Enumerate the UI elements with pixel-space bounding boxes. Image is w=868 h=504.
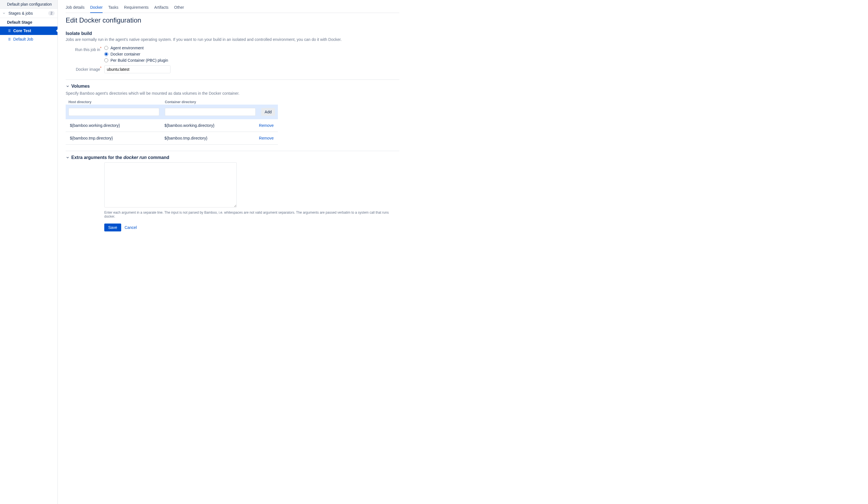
radio-pbc-label: Per Build Container (PBC) plugin — [111, 58, 168, 63]
save-button[interactable]: Save — [104, 224, 121, 232]
divider — [66, 151, 399, 151]
sidebar-job-core-test[interactable]: Core Test — [0, 27, 58, 35]
task-list-icon — [7, 29, 11, 33]
divider — [66, 80, 399, 80]
volumes-table: Host directory Container directory Add $… — [66, 100, 278, 145]
radio-pbc-input[interactable] — [104, 58, 108, 62]
tab-tasks[interactable]: Tasks — [108, 3, 118, 13]
radio-docker-input[interactable] — [104, 52, 108, 56]
radio-docker-label: Docker container — [111, 52, 140, 56]
tabs: Job details Docker Tasks Requirements Ar… — [66, 3, 399, 13]
chevron-down-icon — [2, 12, 6, 15]
remove-link[interactable]: Remove — [259, 136, 273, 140]
radio-agent-input[interactable] — [104, 46, 108, 50]
sidebar-stages-label: Stages & jobs — [9, 11, 33, 16]
radio-agent-env[interactable]: Agent environment — [104, 46, 168, 50]
sidebar-stage-name[interactable]: Default Stage — [0, 18, 58, 27]
volumes-desc: Specify Bamboo agent's directories which… — [66, 91, 399, 95]
add-container-input[interactable] — [165, 108, 256, 116]
cancel-link[interactable]: Cancel — [125, 225, 137, 230]
tab-other[interactable]: Other — [174, 3, 184, 13]
main-content: Job details Docker Tasks Requirements Ar… — [58, 0, 407, 504]
tab-artifacts[interactable]: Artifacts — [154, 3, 168, 13]
docker-image-label: Docker image* — [66, 65, 104, 72]
radio-docker-container[interactable]: Docker container — [104, 52, 168, 56]
volume-row: ${bamboo.working.directory} ${bamboo.wor… — [66, 119, 278, 132]
extra-heading: Extra arguments for the docker run comma… — [71, 155, 169, 160]
isolate-heading: Isolate build — [66, 31, 399, 36]
isolate-desc: Jobs are normally run in the agent's nat… — [66, 37, 399, 42]
page-title: Edit Docker configuration — [66, 16, 399, 24]
extra-args-toggle[interactable]: Extra arguments for the docker run comma… — [66, 155, 399, 160]
volume-host: ${bamboo.working.directory} — [70, 123, 164, 128]
tab-job-details[interactable]: Job details — [66, 3, 84, 13]
task-list-icon — [7, 37, 11, 41]
chevron-down-icon — [66, 156, 70, 160]
add-button[interactable]: Add — [261, 108, 275, 116]
sidebar: Default plan configuration Stages & jobs… — [0, 0, 58, 504]
sidebar-job-label: Core Test — [13, 29, 31, 33]
extra-args-hint: Enter each argument in a separate line. … — [104, 210, 399, 218]
run-job-label: Run this job in* — [66, 46, 104, 52]
run-job-radio-group: Agent environment Docker container Per B… — [104, 46, 168, 63]
volume-row: ${bamboo.tmp.directory} ${bamboo.tmp.dir… — [66, 132, 278, 145]
sidebar-job-label: Default Job — [13, 37, 33, 41]
col-container-header: Container directory — [165, 100, 261, 104]
tab-requirements[interactable]: Requirements — [124, 3, 148, 13]
radio-agent-label: Agent environment — [111, 46, 144, 50]
sidebar-job-default-job[interactable]: Default Job — [0, 35, 58, 43]
volume-container: ${bamboo.working.directory} — [164, 123, 259, 128]
spacer — [66, 162, 104, 163]
volumes-toggle[interactable]: Volumes — [66, 84, 399, 89]
docker-image-input[interactable] — [104, 65, 170, 73]
sidebar-default-plan[interactable]: Default plan configuration — [0, 0, 58, 9]
stages-count-badge: 2 — [48, 11, 55, 16]
volumes-heading: Volumes — [71, 84, 90, 89]
volume-host: ${bamboo.tmp.directory} — [70, 136, 164, 140]
tab-docker[interactable]: Docker — [90, 3, 103, 13]
volume-container: ${bamboo.tmp.directory} — [164, 136, 259, 140]
volumes-add-row: Add — [66, 105, 278, 119]
chevron-down-icon — [66, 84, 70, 88]
extra-args-textarea[interactable] — [104, 162, 237, 207]
add-host-input[interactable] — [69, 108, 159, 116]
sidebar-stages-jobs[interactable]: Stages & jobs 2 — [0, 9, 58, 18]
col-host-header: Host directory — [69, 100, 165, 104]
remove-link[interactable]: Remove — [259, 123, 273, 128]
radio-pbc[interactable]: Per Build Container (PBC) plugin — [104, 58, 168, 63]
